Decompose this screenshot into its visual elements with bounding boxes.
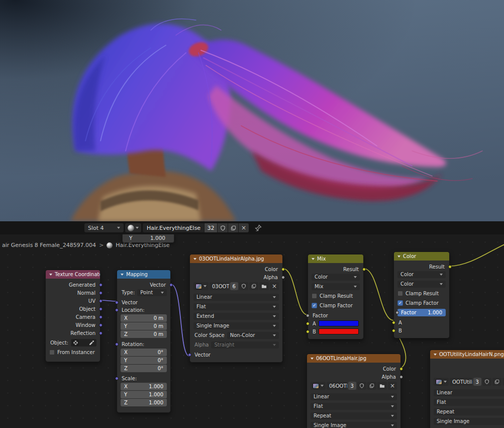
interpolation-dropdown[interactable]: Linear (193, 294, 279, 301)
socket-alpha-out[interactable] (399, 375, 403, 379)
color-space-dropdown[interactable]: Non-Color (227, 332, 279, 339)
node-header[interactable]: Texture Coordinate (46, 270, 100, 279)
socket-result[interactable] (362, 268, 366, 271)
image-users-count[interactable]: 6 (230, 282, 238, 290)
node-header[interactable]: OOTUtilityLindaHairN.png (430, 350, 504, 359)
node-image-hair[interactable]: 06OOTLindaHair.jpg Color Alpha 06OOTLind… (307, 354, 401, 428)
image-name-field[interactable]: 03OOTLind... (210, 282, 229, 290)
image-browse-button[interactable] (311, 382, 326, 390)
scale-x-field[interactable]: X1.000 (121, 383, 167, 390)
location-z-field[interactable]: Z0 m (121, 330, 167, 338)
object-picker-field[interactable] (71, 339, 96, 347)
node-mix[interactable]: Mix Result Color Mix Clamp Result ✓Clamp… (308, 254, 364, 339)
rotation-x-field[interactable]: X0° (121, 349, 167, 356)
socket-a[interactable] (392, 321, 395, 324)
socket-b[interactable] (392, 329, 395, 332)
node-mapping[interactable]: Mapping Vector Type: Point Vector Locati… (117, 270, 171, 413)
socket-camera[interactable] (99, 315, 103, 319)
material-users-count[interactable]: 32 (204, 223, 217, 232)
color-b-swatch[interactable] (319, 328, 359, 334)
new-material-button[interactable] (228, 223, 238, 232)
socket-normal[interactable] (99, 291, 103, 295)
data-type-dropdown[interactable]: Color (397, 271, 446, 278)
collapse-icon[interactable] (193, 258, 196, 260)
fake-user-button[interactable] (217, 223, 228, 232)
node-header[interactable]: Mix (308, 254, 363, 263)
collapse-icon[interactable] (49, 274, 52, 276)
collapse-icon[interactable] (311, 358, 314, 360)
source-dropdown[interactable]: Single Image (434, 418, 504, 425)
viewport-3d[interactable] (0, 0, 504, 221)
socket-result[interactable] (448, 265, 452, 269)
image-name-field[interactable]: 06OOTLind... (327, 382, 347, 390)
fake-user-button[interactable] (239, 282, 248, 290)
socket-factor[interactable] (395, 311, 399, 314)
image-users-count[interactable]: 3 (473, 378, 481, 386)
interpolation-dropdown[interactable]: Linear (311, 393, 397, 400)
projection-dropdown[interactable]: Flat (311, 403, 397, 410)
collapse-icon[interactable] (121, 274, 124, 276)
node-image-alpha[interactable]: 03OOTLindaHairAlpha.jpg Color Alpha 03OO… (189, 254, 283, 363)
shader-node-editor[interactable]: air Genesis 8 Female_248597.004 > Hair.E… (0, 234, 504, 428)
node-header[interactable]: Color (394, 252, 449, 261)
socket-location[interactable] (115, 308, 119, 312)
fake-user-button[interactable] (482, 378, 491, 386)
image-browse-button[interactable] (434, 378, 449, 386)
socket-window[interactable] (99, 323, 103, 327)
copy-image-button[interactable] (367, 382, 376, 390)
rotation-z-field[interactable]: Z0° (121, 365, 167, 372)
open-image-button[interactable] (377, 382, 387, 390)
collapse-icon[interactable] (397, 255, 400, 258)
from-instancer-checkbox[interactable] (49, 350, 55, 355)
socket-reflection[interactable] (99, 331, 103, 335)
unlink-material-button[interactable]: × (238, 223, 249, 232)
eyedropper-icon[interactable] (89, 340, 94, 346)
collapse-icon[interactable] (434, 354, 437, 356)
socket-vector-in[interactable] (115, 301, 119, 304)
unlink-image-button[interactable]: × (388, 382, 397, 390)
scale-y-field[interactable]: Y1.000 (121, 391, 167, 398)
material-slot-dropdown[interactable]: Slot 4 (84, 223, 124, 232)
socket-color-out[interactable] (399, 367, 403, 371)
socket-alpha-out[interactable] (281, 276, 285, 279)
open-image-button[interactable] (259, 282, 269, 290)
node-header[interactable]: 06OOTLindaHair.jpg (307, 354, 400, 363)
mapping-type-dropdown[interactable]: Point (137, 289, 167, 296)
fake-user-button[interactable] (357, 382, 366, 390)
socket-uv[interactable] (99, 299, 103, 303)
clamp-factor-checkbox[interactable]: ✓ (312, 303, 317, 308)
clamp-result-checkbox[interactable] (312, 293, 317, 299)
image-name-field[interactable]: OOTUtilityL... (450, 378, 472, 386)
unlink-image-button[interactable]: × (270, 282, 279, 290)
socket-object[interactable] (99, 307, 103, 311)
extension-dropdown[interactable]: Extend (193, 313, 279, 320)
copy-image-button[interactable] (492, 378, 501, 386)
socket-factor[interactable] (306, 314, 310, 317)
node-texture-coordinate[interactable]: Texture Coordinate Generated Normal UV O… (45, 270, 100, 362)
socket-generated[interactable] (99, 283, 103, 287)
clamp-result-checkbox[interactable] (397, 291, 403, 296)
pin-button[interactable] (255, 224, 262, 231)
socket-scale[interactable] (115, 377, 119, 380)
extension-dropdown[interactable]: Repeat (311, 412, 397, 419)
collapse-icon[interactable] (312, 258, 315, 260)
projection-dropdown[interactable]: Flat (434, 399, 504, 406)
scale-z-field[interactable]: Z1.000 (121, 399, 167, 406)
socket-a[interactable] (306, 322, 310, 325)
location-x-field[interactable]: X0 m (121, 314, 167, 322)
node-color-mix[interactable]: Color Result Color Color Clamp Result ✓C… (393, 251, 450, 338)
alpha-mode-dropdown[interactable]: Straight (211, 341, 279, 349)
material-name-field[interactable]: Hair.EverythingElse (143, 223, 204, 232)
socket-vector-out[interactable] (169, 283, 173, 287)
node-header[interactable]: 03OOTLindaHairAlpha.jpg (190, 254, 282, 263)
source-dropdown[interactable]: Single Image (193, 322, 279, 329)
extension-dropdown[interactable]: Repeat (434, 408, 504, 415)
interpolation-dropdown[interactable]: Linear (434, 389, 504, 396)
data-type-dropdown[interactable]: Color (312, 274, 360, 281)
socket-b[interactable] (306, 330, 310, 333)
color-a-swatch[interactable] (319, 320, 359, 326)
blend-mode-dropdown[interactable]: Color (397, 281, 446, 288)
rotation-y-field[interactable]: Y0° (121, 357, 167, 364)
node-image-utility[interactable]: OOTUtilityLindaHairN.png Color Alpha OOT… (430, 350, 504, 428)
source-dropdown[interactable]: Single Image (311, 422, 397, 428)
